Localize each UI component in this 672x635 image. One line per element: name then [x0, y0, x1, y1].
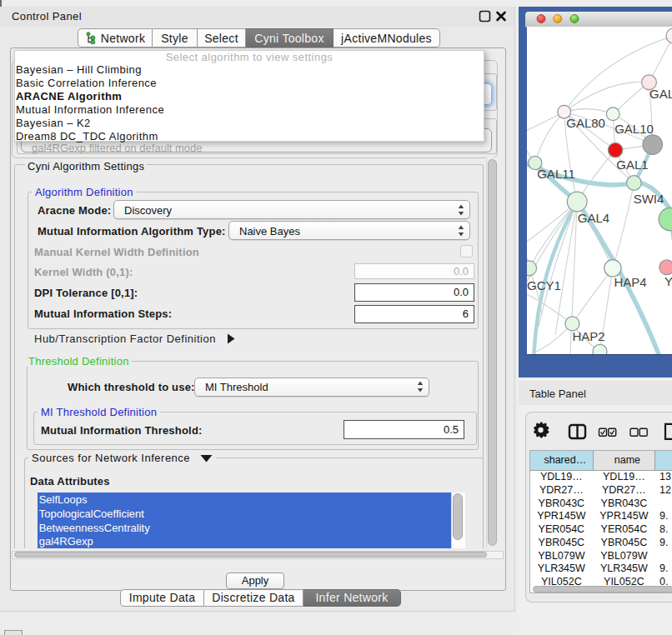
svg-text:GAL11: GAL11	[537, 167, 575, 181]
svg-text:YM: YM	[664, 274, 672, 288]
svg-text:GAL4: GAL4	[578, 211, 609, 225]
svg-text:GAL10: GAL10	[614, 122, 654, 136]
svg-text:GAL80: GAL80	[566, 116, 605, 130]
svg-text:GAL1: GAL1	[616, 158, 648, 172]
svg-text:HAP4: HAP4	[614, 275, 646, 289]
svg-text:HAP2: HAP2	[572, 329, 604, 343]
svg-text:SWI4: SWI4	[634, 192, 664, 206]
svg-text:GCY1: GCY1	[527, 278, 561, 292]
svg-text:GAL7: GAL7	[649, 87, 672, 101]
